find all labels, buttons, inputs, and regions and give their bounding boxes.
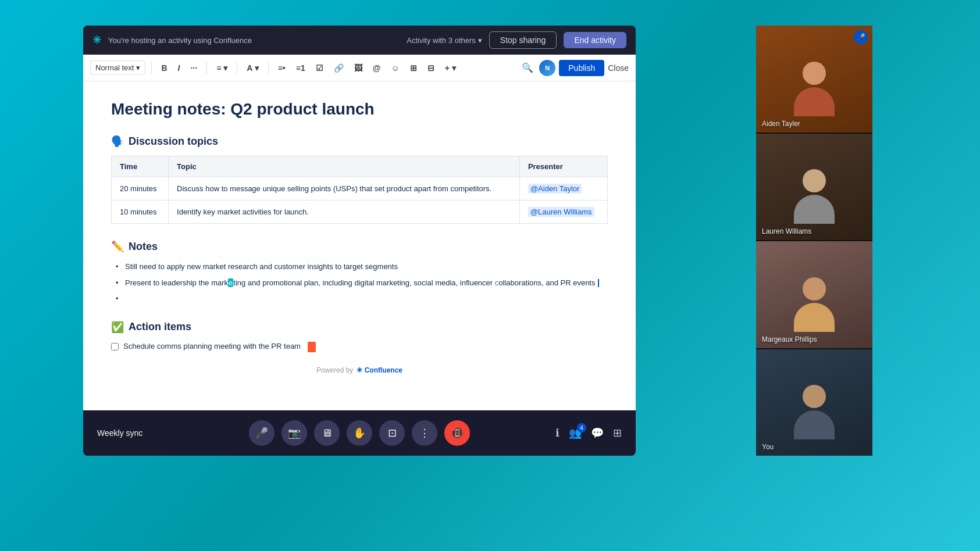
- avatar: N: [539, 60, 555, 76]
- head-4: [803, 385, 826, 408]
- action-checkbox-1[interactable]: [111, 343, 119, 350]
- col-header-presenter: Presenter: [519, 156, 607, 177]
- notes-icon: ✏️: [111, 240, 124, 253]
- screen-share-button[interactable]: 🖥: [314, 420, 340, 446]
- table-row: 10 minutes Identify key market activitie…: [112, 201, 608, 224]
- video-tile-4: You: [756, 349, 872, 456]
- people-button[interactable]: 👥 4: [569, 427, 582, 439]
- search-button[interactable]: 🔍: [519, 60, 536, 76]
- body-4: [794, 410, 835, 439]
- more-options-button[interactable]: ⋮: [412, 420, 437, 446]
- document-title: Meeting notes: Q2 product launch: [111, 100, 608, 119]
- video-panel: 🎤 Aiden Tayler Lauren Williams Margeaux …: [756, 26, 872, 456]
- notes-section: ✏️ Notes Still need to apply new market …: [111, 240, 608, 305]
- right-controls: ℹ 👥 4 💬 ⊞: [470, 427, 622, 439]
- grid-view-button[interactable]: ⊞: [613, 427, 622, 439]
- cell-time-1: 20 minutes: [112, 177, 169, 201]
- chat-button[interactable]: 💬: [591, 427, 604, 439]
- top-bar: ✳ You're hosting an activity using Confl…: [83, 26, 636, 55]
- controls: 🎤 📷 🖥 ✋ ⊡ ⋮ 📵: [249, 420, 470, 446]
- hand-raise-button[interactable]: ✋: [347, 420, 372, 446]
- video-name-2: Lauren Williams: [762, 227, 811, 235]
- cell-time-2: 10 minutes: [112, 201, 169, 224]
- col-header-topic: Topic: [169, 156, 520, 177]
- head-2: [803, 169, 826, 192]
- toolbar-divider-4: [268, 62, 269, 74]
- person-shape-4: [794, 385, 835, 439]
- close-button[interactable]: Close: [608, 63, 629, 73]
- body-3: [794, 303, 835, 332]
- confluence-brand: ✳ Confluence: [357, 366, 402, 374]
- action-item-1: Schedule comms planning meeting with the…: [111, 342, 608, 352]
- toolbar-divider-1: [151, 62, 152, 74]
- publish-button[interactable]: Publish: [559, 60, 604, 76]
- bullet-list-button[interactable]: ≡•: [275, 61, 289, 75]
- video-name-1: Aiden Tayler: [762, 120, 800, 128]
- end-activity-button[interactable]: End activity: [564, 32, 626, 48]
- person-shape-2: [794, 169, 835, 224]
- bottom-bar: Weekly sync 🎤 📷 🖥 ✋ ⊡ ⋮ 📵 ℹ 👥 4 💬 ⊞: [83, 410, 636, 456]
- image-button[interactable]: 🖼: [351, 61, 366, 75]
- discussion-icon: 🗣️: [111, 135, 124, 148]
- bold-button[interactable]: B: [158, 61, 170, 75]
- layout-button[interactable]: ⊟: [424, 61, 438, 75]
- hosting-text: You're hosting an activity using Conflue…: [108, 36, 400, 45]
- notes-list: Still need to apply new market research …: [111, 261, 608, 305]
- list-item: Still need to apply new market research …: [116, 261, 608, 273]
- list-item-empty: [116, 293, 608, 305]
- table-button[interactable]: ⊞: [407, 61, 420, 75]
- cell-topic-1: Discuss how to message unique selling po…: [169, 177, 520, 201]
- text-style-select[interactable]: Normal text ▾: [90, 60, 145, 75]
- meeting-name: Weekly sync: [97, 428, 249, 438]
- video-tile-1: 🎤 Aiden Tayler: [756, 26, 872, 133]
- main-window: ✳ You're hosting an activity using Confl…: [83, 26, 636, 456]
- mention-lauren[interactable]: @Lauren Williams: [528, 207, 594, 217]
- section-action-heading: ✅ Action items: [111, 321, 608, 334]
- cell-presenter-1: @Aiden Taylor: [519, 177, 607, 201]
- section-notes-heading: ✏️ Notes: [111, 240, 608, 253]
- link-button[interactable]: 🔗: [330, 61, 347, 75]
- video-name-3: Margeaux Phillips: [762, 335, 817, 344]
- info-button[interactable]: ℹ: [555, 427, 560, 439]
- editor-content[interactable]: Meeting notes: Q2 product launch 🗣️ Disc…: [83, 81, 636, 410]
- numbered-list-button[interactable]: ≡1: [293, 61, 309, 75]
- emoji-button[interactable]: ☺: [387, 61, 402, 75]
- action-item-text-1: Schedule comms planning meeting with the…: [123, 342, 301, 350]
- action-icon: ✅: [111, 321, 124, 334]
- video-tile-3: Margeaux Phillips: [756, 241, 872, 348]
- powered-by: Powered by ✳ Confluence: [111, 357, 608, 384]
- text-color-button[interactable]: A ▾: [243, 61, 262, 75]
- insert-more-button[interactable]: + ▾: [441, 61, 459, 75]
- tag-orange: [308, 342, 316, 352]
- cell-topic-2: Identify key market activities for launc…: [169, 201, 520, 224]
- section-discussion-heading: 🗣️ Discussion topics: [111, 135, 608, 148]
- activity-pill[interactable]: Activity with 3 others ▾: [407, 36, 482, 45]
- checkbox-button[interactable]: ☑: [312, 61, 327, 75]
- mention-aiden[interactable]: @Aiden Taylor: [528, 184, 582, 194]
- stop-sharing-button[interactable]: Stop sharing: [489, 31, 557, 49]
- mic-button[interactable]: 🎤: [249, 420, 275, 446]
- text-cursor: [598, 279, 599, 287]
- chevron-down-icon: ▾: [136, 63, 140, 72]
- people-count-badge: 4: [577, 423, 586, 432]
- body-1: [794, 87, 835, 116]
- hangup-button[interactable]: 📵: [444, 420, 470, 446]
- person-shape-3: [794, 277, 835, 332]
- chevron-down-icon: ▾: [478, 36, 482, 45]
- italic-button[interactable]: I: [174, 61, 184, 75]
- camera-button[interactable]: 📷: [281, 420, 307, 446]
- confluence-logo-icon: ✳: [92, 34, 101, 46]
- action-items-section: ✅ Action items Schedule comms planning m…: [111, 321, 608, 352]
- list-item: Present to leadership the marketing and …: [116, 277, 608, 289]
- toolbar-divider-2: [206, 62, 207, 74]
- table-row: 20 minutes Discuss how to message unique…: [112, 177, 608, 201]
- head-1: [803, 62, 826, 85]
- more-text-button[interactable]: ···: [187, 61, 201, 75]
- mention-button[interactable]: @: [369, 61, 384, 75]
- align-button[interactable]: ≡ ▾: [213, 61, 231, 75]
- toolbar: Normal text ▾ B I ··· ≡ ▾ A ▾ ≡• ≡1 ☑ 🔗 …: [83, 55, 636, 81]
- person-shape-1: [794, 62, 835, 116]
- video-tile-2: Lauren Williams: [756, 134, 872, 241]
- body-2: [794, 195, 835, 224]
- window-button[interactable]: ⊡: [379, 420, 405, 446]
